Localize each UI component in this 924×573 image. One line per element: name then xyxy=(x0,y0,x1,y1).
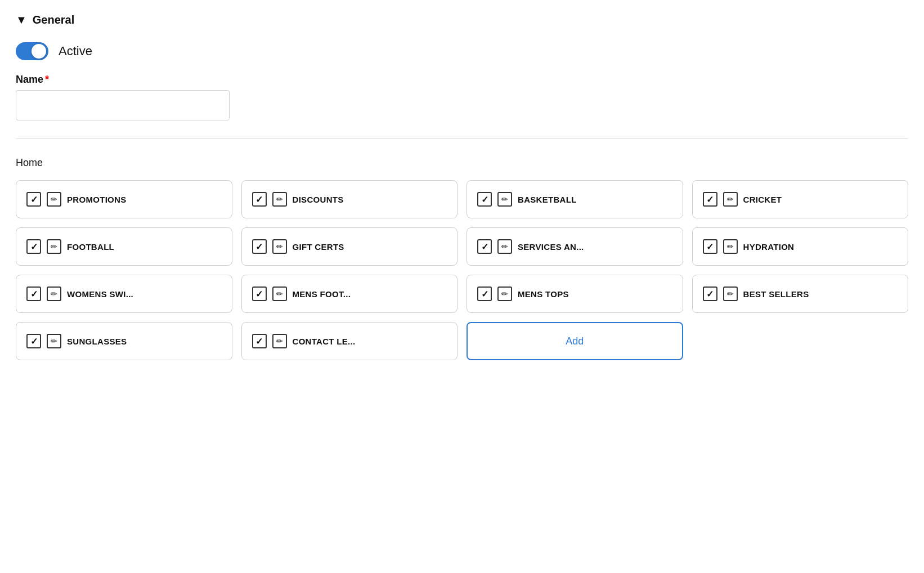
card-label-cricket: CRICKET xyxy=(743,195,782,204)
edit-icon-mens-tops[interactable]: ✏ xyxy=(497,286,512,301)
card-label-sunglasses: SUNGLASSES xyxy=(67,337,127,346)
check-icon-promotions xyxy=(26,192,41,207)
check-icon-services-an xyxy=(477,239,492,254)
chevron-down-icon: ▼ xyxy=(16,14,27,26)
edit-icon-best-sellers[interactable]: ✏ xyxy=(723,286,738,301)
check-icon-sunglasses xyxy=(26,334,41,348)
edit-icon-sunglasses[interactable]: ✏ xyxy=(47,334,61,348)
menu-item-discounts[interactable]: ✏ DISCOUNTS xyxy=(241,180,458,218)
card-label-hydration: HYDRATION xyxy=(743,242,795,252)
add-menu-item-button[interactable]: Add xyxy=(467,322,683,360)
check-icon-football xyxy=(26,239,41,254)
active-toggle[interactable] xyxy=(16,42,48,60)
menu-item-cricket[interactable]: ✏ CRICKET xyxy=(692,180,909,218)
card-label-mens-foot: MENS FOOT... xyxy=(293,289,351,299)
check-icon-contact-le xyxy=(252,334,267,348)
card-label-contact-le: CONTACT LE... xyxy=(293,337,356,346)
edit-icon-basketball[interactable]: ✏ xyxy=(497,192,512,207)
menu-item-mens-tops[interactable]: ✏ MENS TOPS xyxy=(467,275,683,313)
menu-item-football[interactable]: ✏ FOOTBALL xyxy=(16,227,232,266)
card-label-football: FOOTBALL xyxy=(67,242,114,252)
card-label-basketball: BASKETBALL xyxy=(518,195,577,204)
edit-icon-mens-foot[interactable]: ✏ xyxy=(272,286,287,301)
name-field-label: Name* xyxy=(16,74,908,86)
active-label: Active xyxy=(59,44,92,59)
edit-icon-discounts[interactable]: ✏ xyxy=(272,192,287,207)
card-label-womens-swi: WOMENS SWI... xyxy=(67,289,133,299)
menu-item-best-sellers[interactable]: ✏ BEST SELLERS xyxy=(692,275,909,313)
name-field-group: Name* xyxy=(16,74,908,138)
required-indicator: * xyxy=(45,74,49,85)
menu-item-womens-swi[interactable]: ✏ WOMENS SWI... xyxy=(16,275,232,313)
menu-item-promotions[interactable]: ✏ PROMOTIONS xyxy=(16,180,232,218)
check-icon-womens-swi xyxy=(26,286,41,301)
edit-icon-services-an[interactable]: ✏ xyxy=(497,239,512,254)
check-icon-gift-certs xyxy=(252,239,267,254)
check-icon-hydration xyxy=(703,239,717,254)
card-label-services-an: SERVICES AN... xyxy=(518,242,584,252)
check-icon-discounts xyxy=(252,192,267,207)
name-input[interactable] xyxy=(16,90,230,120)
home-section-label: Home xyxy=(16,157,908,169)
edit-icon-hydration[interactable]: ✏ xyxy=(723,239,738,254)
edit-icon-football[interactable]: ✏ xyxy=(47,239,61,254)
check-icon-mens-foot xyxy=(252,286,267,301)
edit-icon-womens-swi[interactable]: ✏ xyxy=(47,286,61,301)
active-toggle-row: Active xyxy=(16,42,908,60)
check-icon-mens-tops xyxy=(477,286,492,301)
menu-item-services-an[interactable]: ✏ SERVICES AN... xyxy=(467,227,683,266)
section-title: General xyxy=(33,14,74,26)
card-label-promotions: PROMOTIONS xyxy=(67,195,127,204)
edit-icon-gift-certs[interactable]: ✏ xyxy=(272,239,287,254)
menu-item-contact-le[interactable]: ✏ CONTACT LE... xyxy=(241,322,458,360)
menu-item-sunglasses[interactable]: ✏ SUNGLASSES xyxy=(16,322,232,360)
menu-item-mens-foot[interactable]: ✏ MENS FOOT... xyxy=(241,275,458,313)
check-icon-best-sellers xyxy=(703,286,717,301)
card-label-discounts: DISCOUNTS xyxy=(293,195,344,204)
menu-item-basketball[interactable]: ✏ BASKETBALL xyxy=(467,180,683,218)
menu-items-grid: ✏ PROMOTIONS ✏ DISCOUNTS ✏ BASKETBALL ✏ … xyxy=(16,180,908,360)
menu-item-hydration[interactable]: ✏ HYDRATION xyxy=(692,227,909,266)
check-icon-basketball xyxy=(477,192,492,207)
card-label-gift-certs: GIFT CERTS xyxy=(293,242,344,252)
add-button-label: Add xyxy=(566,335,584,347)
edit-icon-promotions[interactable]: ✏ xyxy=(47,192,61,207)
edit-icon-cricket[interactable]: ✏ xyxy=(723,192,738,207)
card-label-mens-tops: MENS TOPS xyxy=(518,289,569,299)
general-section-header[interactable]: ▼ General xyxy=(16,14,908,26)
check-icon-cricket xyxy=(703,192,717,207)
edit-icon-contact-le[interactable]: ✏ xyxy=(272,334,287,348)
card-label-best-sellers: BEST SELLERS xyxy=(743,289,809,299)
section-divider xyxy=(16,138,908,139)
menu-item-gift-certs[interactable]: ✏ GIFT CERTS xyxy=(241,227,458,266)
